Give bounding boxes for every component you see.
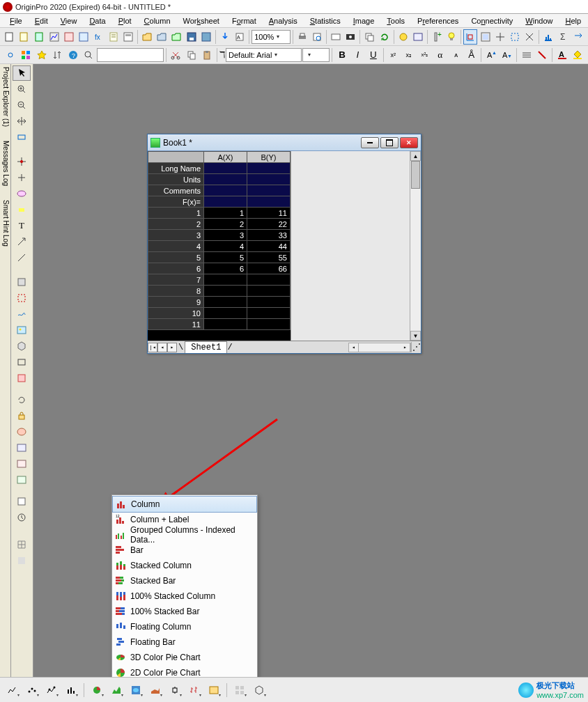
template-library-icon[interactable] (231, 682, 248, 698)
italic-icon[interactable]: I (350, 47, 365, 63)
insert-object-icon[interactable] (13, 338, 31, 354)
hscroll-left-icon[interactable]: ◂ (349, 343, 359, 352)
new-matrix-icon[interactable] (62, 29, 76, 45)
pie-plot-icon[interactable] (88, 682, 105, 698)
data-selector-icon[interactable] (508, 29, 522, 45)
data-cursor-icon[interactable] (13, 170, 31, 185)
popup-floating-column[interactable]: Floating Column (112, 619, 257, 634)
contour-plot-icon[interactable] (127, 682, 144, 698)
new-excel-icon[interactable] (32, 29, 46, 45)
accent-icon[interactable]: Å (464, 47, 479, 63)
horizontal-scrollbar[interactable]: ◂ ▸ (348, 343, 411, 352)
refresh-icon[interactable] (377, 29, 391, 45)
save-template-icon[interactable] (199, 29, 213, 45)
data-reader-icon[interactable] (493, 29, 507, 45)
mask-tool-icon[interactable] (13, 274, 31, 290)
row-3[interactable]: 3 (148, 230, 204, 241)
annotation-icon[interactable] (13, 186, 31, 201)
text-tool-icon[interactable]: T (13, 218, 31, 233)
new-notes-icon[interactable] (107, 29, 121, 45)
matrix-icon-2[interactable] (13, 553, 31, 568)
scale-in-icon[interactable] (463, 29, 477, 45)
rotate-icon[interactable] (13, 392, 31, 407)
grid-icon[interactable] (13, 537, 31, 552)
row-8[interactable]: 8 (148, 286, 204, 297)
print-preview-icon[interactable] (310, 29, 324, 45)
menu-help[interactable]: Help (559, 15, 587, 26)
find-icon[interactable] (81, 47, 95, 63)
cut-icon[interactable] (169, 47, 183, 63)
corner-cell[interactable] (148, 152, 204, 163)
copy-icon[interactable] (184, 47, 199, 63)
save-icon[interactable] (185, 29, 199, 45)
paste-icon[interactable] (200, 47, 215, 63)
favorites-icon[interactable] (34, 47, 49, 63)
row-5[interactable]: 5 (148, 252, 204, 263)
xfunction-icon[interactable] (13, 440, 31, 455)
area-plot-icon[interactable] (108, 682, 125, 698)
menu-format[interactable]: Format (226, 15, 262, 26)
row-6[interactable]: 6 (148, 263, 204, 274)
subscript-icon[interactable]: x₂ (401, 47, 416, 63)
scatter-plot-icon[interactable] (24, 682, 40, 698)
menu-preferences[interactable]: Preferences (412, 15, 464, 26)
smart-hint-tab[interactable]: Smart Hint Log (1, 200, 10, 247)
help-icon[interactable]: ? (65, 47, 80, 63)
3d-template-icon[interactable] (251, 682, 268, 698)
duplicate-icon[interactable] (362, 29, 376, 45)
column-plot-icon[interactable] (63, 682, 79, 698)
zoom-out-icon[interactable] (13, 98, 31, 113)
vertical-scrollbar[interactable]: ▲ ▼ (410, 151, 421, 341)
sheet-nav-prev[interactable]: ◂ (157, 343, 167, 352)
menu-connectivity[interactable]: Connectivity (465, 15, 518, 26)
search-input[interactable] (97, 48, 164, 62)
scroll-thumb[interactable] (411, 161, 420, 189)
units-row[interactable]: Units (148, 174, 204, 185)
new-layout-icon[interactable] (121, 29, 135, 45)
sheet-tab-sheet1[interactable]: Sheet1 (185, 341, 227, 353)
popup-3d-pie[interactable]: 3D Color Pie Chart (112, 650, 257, 665)
font-color-icon[interactable]: A (555, 47, 569, 63)
line-color-icon[interactable] (535, 47, 550, 63)
menu-data[interactable]: Data (84, 15, 111, 26)
stock-plot-icon[interactable] (186, 682, 203, 698)
scale-in-tool-icon[interactable] (13, 130, 31, 145)
popup-column[interactable]: Column (112, 496, 257, 513)
font-combo[interactable]: Default: Arial ▾ (226, 48, 302, 62)
bold-icon[interactable]: B (334, 47, 349, 63)
import-wizard-icon[interactable] (218, 29, 232, 45)
scroll-down-icon[interactable]: ▼ (410, 331, 421, 341)
messages-log-tab[interactable]: Messages Log (1, 141, 10, 186)
insert-image-icon[interactable] (13, 322, 31, 338)
popup-grouped-columns[interactable]: Grouped Columns - Indexed Data... (112, 527, 257, 543)
popup-floating-bar[interactable]: Floating Bar (112, 634, 257, 650)
popup-100-stacked-column[interactable]: 100% Stacked Column (112, 588, 257, 604)
data-reader-tool-icon[interactable] (13, 154, 31, 169)
import-ascii-icon[interactable]: A (233, 29, 247, 45)
row-7[interactable]: 7 (148, 274, 204, 286)
new-project-icon[interactable] (3, 29, 17, 45)
row-10[interactable]: 10 (148, 308, 204, 319)
sigma-icon[interactable]: Σ (556, 29, 570, 45)
image-plot-icon[interactable] (206, 682, 222, 698)
stats-icon[interactable] (541, 29, 555, 45)
open-icon[interactable] (140, 29, 154, 45)
popup-bar[interactable]: Bar (112, 543, 257, 558)
row-9[interactable]: 9 (148, 297, 204, 308)
workbook-titlebar[interactable]: Book1 * (148, 134, 421, 151)
maximize-button[interactable] (380, 137, 399, 148)
new-function-icon[interactable]: fx (91, 29, 105, 45)
fx-row[interactable]: F(x)= (148, 196, 204, 208)
menu-view[interactable]: View (55, 15, 83, 26)
menu-column[interactable]: Column (139, 15, 176, 26)
popup-100-stacked-bar[interactable]: 100% Stacked Bar (112, 604, 257, 619)
print-icon[interactable] (295, 29, 309, 45)
menu-statistics[interactable]: Statistics (304, 15, 346, 26)
line-tool-icon[interactable] (13, 250, 31, 265)
slide-show-icon[interactable] (329, 29, 343, 45)
data-highlighter-icon[interactable] (13, 202, 31, 217)
rescale-icon[interactable] (478, 29, 492, 45)
row-11[interactable]: 11 (148, 319, 204, 330)
rectangle-tool-icon[interactable] (13, 354, 31, 370)
menu-analysis[interactable]: Analysis (263, 15, 303, 26)
